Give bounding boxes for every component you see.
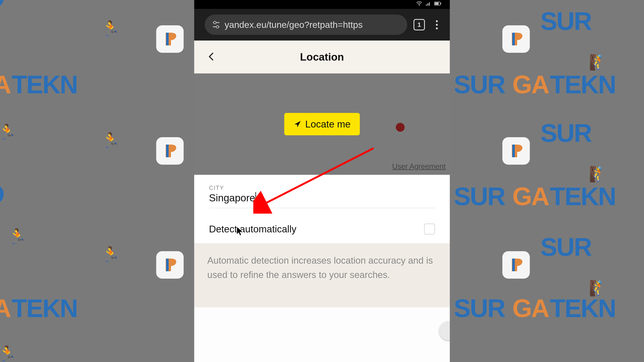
svg-point-7 [216,26,219,28]
city-input[interactable]: Singapore [209,192,256,204]
tab-count-number: 1 [418,21,421,28]
url-bar[interactable]: yandex.eu/tune/geo?retpath=https [205,14,407,35]
page-title: Location [300,51,344,63]
city-field-label: CITY [209,184,435,191]
city-field-section[interactable]: CITY Singapore [194,175,450,216]
overflow-menu-icon[interactable] [431,19,442,30]
svg-point-0 [419,5,420,6]
detect-label: Detect automatically [209,223,296,235]
browser-chrome: yandex.eu/tune/geo?retpath=https 1 [194,9,450,40]
detect-automatically-row[interactable]: Detect automatically [194,216,450,243]
map-marker-dot [396,123,405,132]
info-text: Automatic detection increases location a… [207,253,437,282]
svg-rect-2 [440,3,441,4]
detect-checkbox[interactable] [424,224,435,234]
url-text[interactable]: yandex.eu/tune/geo?retpath=https [224,20,400,30]
back-button[interactable] [207,52,216,62]
locate-me-label: Locate me [305,118,350,130]
user-agreement-link[interactable]: User Agreement [392,162,446,170]
svg-rect-3 [435,2,438,5]
tab-switcher[interactable]: 1 [414,19,425,30]
signal-icon [426,1,430,6]
wifi-icon [416,1,422,6]
battery-icon [434,2,441,6]
phone-frame: yandex.eu/tune/geo?retpath=https 1 Locat… [194,0,450,362]
locate-me-button[interactable]: Locate me [284,113,360,135]
info-section: Automatic detection increases location a… [194,243,450,307]
svg-point-6 [214,21,216,24]
map-area[interactable]: Locate me User Agreement [194,74,450,175]
page-header: Location [194,40,450,74]
page-content: Location Locate me User Agreement CITY S… [194,40,450,362]
floating-button-edge[interactable] [439,321,450,340]
status-bar [194,0,450,9]
locate-arrow-icon [294,120,302,128]
site-settings-icon[interactable] [212,20,220,29]
